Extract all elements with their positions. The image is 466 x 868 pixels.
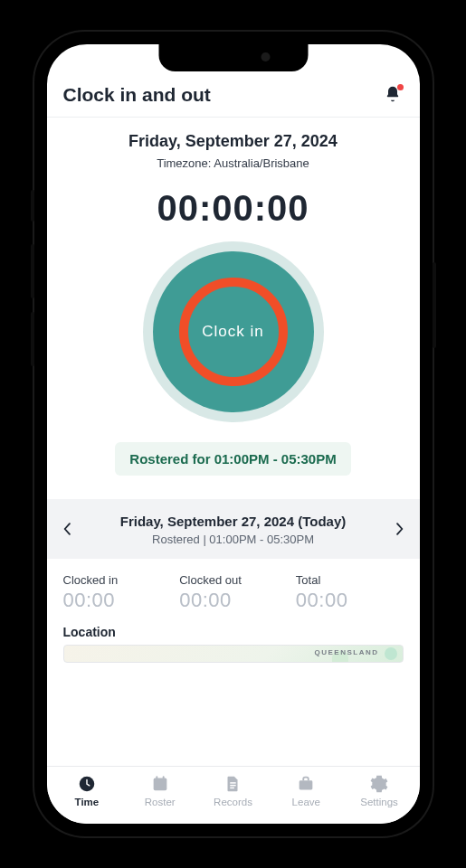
notch [158, 44, 308, 71]
tab-label: Records [214, 797, 252, 807]
tab-roster[interactable]: Roster [123, 774, 196, 807]
svg-rect-3 [156, 776, 157, 779]
page-title: Clock in and out [63, 84, 211, 106]
nav-date: Friday, September 27, 2024 (Today) [78, 514, 389, 529]
day-navigator-center: Friday, September 27, 2024 (Today) Roste… [78, 514, 389, 546]
tab-label: Time [75, 797, 100, 807]
clocked-in-value: 00:00 [63, 589, 171, 612]
total-label: Total [296, 573, 404, 587]
clock-ring-outer: Clock in [143, 241, 324, 422]
side-button [31, 312, 34, 366]
clocked-in-label: Clocked in [63, 573, 171, 587]
svg-rect-5 [231, 782, 236, 783]
main-content: Friday, September 27, 2024 Timezone: Aus… [47, 118, 420, 766]
next-day-button[interactable] [389, 523, 411, 538]
phone-frame: Clock in and out Friday, September 27, 2… [34, 32, 433, 836]
svg-rect-6 [231, 785, 236, 786]
tab-label: Roster [145, 797, 176, 807]
location-label: Location [63, 625, 404, 639]
side-button [433, 262, 436, 348]
clock-button-wrap: Clock in [47, 241, 420, 422]
tab-time[interactable]: Time [51, 774, 124, 807]
time-summary: Clocked in 00:00 Clocked out 00:00 Total… [47, 559, 420, 619]
notifications-button[interactable] [384, 85, 404, 105]
nav-subtext: Rostered | 01:00PM - 05:30PM [78, 533, 389, 546]
tab-settings[interactable]: Settings [343, 774, 416, 807]
date-block: Friday, September 27, 2024 Timezone: Aus… [47, 118, 420, 175]
clocked-in-col: Clocked in 00:00 [63, 573, 171, 612]
tab-records[interactable]: Records [196, 774, 270, 807]
gear-icon [369, 774, 389, 794]
notification-dot-icon [397, 84, 404, 90]
location-map[interactable]: QUEENSLAND [63, 645, 404, 663]
document-icon [223, 774, 243, 794]
total-value: 00:00 [296, 589, 404, 612]
clocked-out-label: Clocked out [179, 573, 287, 587]
svg-rect-4 [162, 776, 164, 779]
day-navigator: Friday, September 27, 2024 (Today) Roste… [47, 499, 420, 559]
side-button [31, 190, 34, 222]
elapsed-timer: 00:00:00 [47, 188, 420, 229]
timezone-label: Timezone: Australia/Brisbane [58, 156, 409, 170]
briefcase-icon [296, 774, 316, 794]
tab-label: Leave [292, 797, 320, 807]
side-button [31, 244, 34, 298]
clock-in-button[interactable]: Clock in [179, 278, 288, 386]
clock-icon [77, 774, 97, 794]
clocked-out-col: Clocked out 00:00 [179, 573, 287, 612]
calendar-icon [150, 774, 170, 794]
map-region-label: QUEENSLAND [314, 648, 378, 656]
clock-ring-teal: Clock in [153, 251, 314, 412]
tab-bar: Time Roster Records Leave Settings [47, 766, 420, 824]
clock-in-label: Clock in [202, 323, 263, 341]
current-date: Friday, September 27, 2024 [58, 132, 409, 151]
chevron-left-icon [62, 523, 71, 535]
prev-day-button[interactable] [56, 523, 78, 538]
screen: Clock in and out Friday, September 27, 2… [47, 44, 420, 824]
rostered-badge: Rostered for 01:00PM - 05:30PM [115, 442, 350, 476]
map-decoration [385, 647, 397, 660]
chevron-right-icon [395, 523, 404, 535]
clocked-out-value: 00:00 [179, 589, 287, 612]
svg-rect-8 [300, 780, 313, 789]
svg-rect-7 [231, 788, 235, 788]
total-col: Total 00:00 [296, 573, 404, 612]
tab-leave[interactable]: Leave [270, 774, 343, 807]
tab-label: Settings [360, 797, 398, 807]
location-section: Location QUEENSLAND [47, 619, 420, 663]
